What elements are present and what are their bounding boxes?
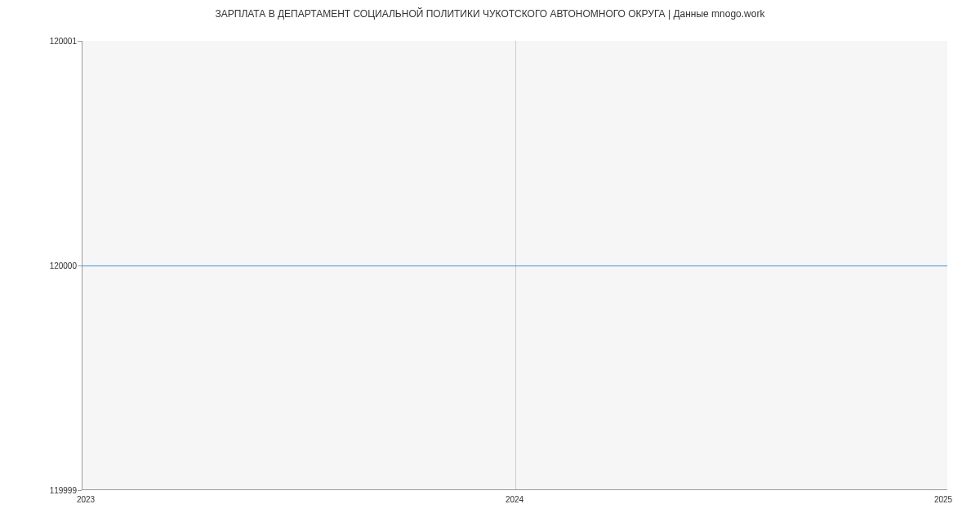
y-tick-mark bbox=[78, 41, 82, 42]
x-tick-label: 2024 bbox=[506, 495, 523, 504]
data-line bbox=[82, 266, 947, 266]
chart-title: ЗАРПЛАТА В ДЕПАРТАМЕНТ СОЦИАЛЬНОЙ ПОЛИТИ… bbox=[0, 0, 980, 20]
y-tick-mark bbox=[78, 266, 82, 266]
chart-container: 120001 120000 119999 2023 2024 2025 bbox=[0, 25, 980, 515]
y-tick-label: 120001 bbox=[50, 37, 77, 46]
plot-area bbox=[82, 41, 947, 490]
y-tick-label: 119999 bbox=[50, 486, 77, 495]
x-tick-label: 2025 bbox=[934, 495, 952, 504]
y-tick-label: 120000 bbox=[50, 261, 77, 270]
y-tick-mark bbox=[78, 490, 82, 491]
x-tick-label: 2023 bbox=[77, 495, 95, 504]
